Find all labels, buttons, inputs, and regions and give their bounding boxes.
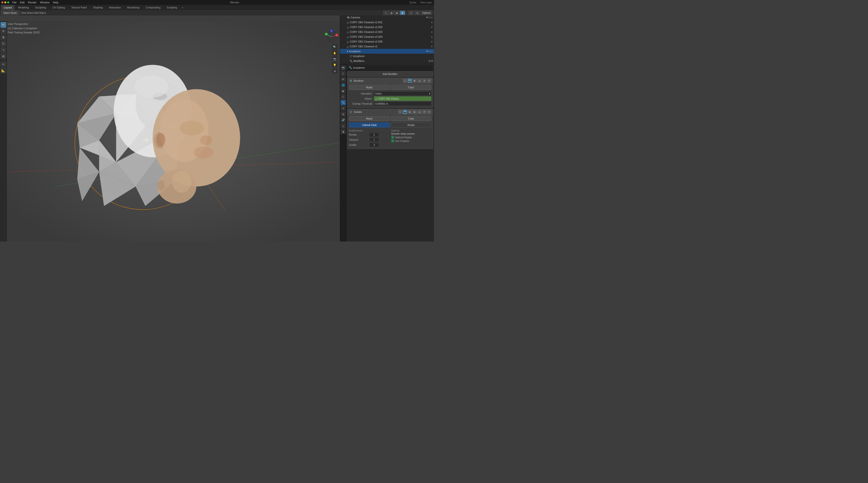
ico-viewport[interactable]: ⬡ [429,50,431,53]
tab-compositing[interactable]: Compositing [143,5,163,10]
material-btn[interactable]: ◉ [394,11,400,15]
cory-base-hide[interactable]: ◐ [431,45,433,48]
measure-tool-btn[interactable]: 📐 [0,68,6,74]
tab-shading[interactable]: Shading [90,5,105,10]
cory1-hide[interactable]: ◐ [431,21,433,24]
quality-sub-value[interactable]: 3 [369,143,379,147]
tab-sculpting[interactable]: Sculpting [32,5,49,10]
bool-render-btn[interactable]: 📷 [408,79,412,83]
subdiv-delete-btn[interactable]: ✕ [427,110,431,114]
move-tool-btn[interactable]: ✥ [0,34,6,40]
ico-render[interactable]: ◐ [431,50,433,53]
annotate-tool-btn[interactable]: ✏ [0,61,6,67]
tab-scripting[interactable]: Scripting [164,5,180,10]
subdiv-up-btn[interactable]: ▲ [417,110,422,114]
mod-icon1[interactable]: ⊡ [429,60,431,62]
cory2-hide[interactable]: ◐ [431,26,433,28]
subdiv-apply-btn[interactable]: Apply [349,116,390,121]
use-creases-checkbox[interactable]: ✓ [391,140,394,142]
subdiv-realtime-btn[interactable]: ⬡ [398,110,402,114]
maximize-button[interactable] [7,1,9,3]
subdiv-render-btn[interactable]: 📷 [403,110,407,114]
bool-viewport-btn[interactable]: ▶ [412,79,417,83]
vtab-view[interactable]: 👁 [341,77,346,82]
outliner-item-cory4[interactable]: △ CORY OBJ Cleaned v2.004 ◐ [340,34,434,39]
subdiv-copy-btn[interactable]: Copy [391,116,432,121]
menu-render[interactable]: Render [26,0,38,5]
outliner-item-cory1[interactable]: △ CORY OBJ Cleaned v2.001 ◐ [340,20,434,25]
add-modifier-btn[interactable]: Add Modifier [347,71,433,77]
tab-rendering[interactable]: Rendering [124,5,142,10]
menu-edit[interactable]: Edit [18,0,26,5]
tab-texture-paint[interactable]: Texture Paint [68,5,90,10]
overlap-value[interactable]: 0.000001 m [374,102,431,106]
camera-hide-icon[interactable]: 👁 [426,16,428,19]
camera-viewport-icon[interactable]: ⬡ [429,16,431,19]
camera-render-icon[interactable]: ◐ [431,16,433,19]
outliner-item-cory3[interactable]: △ CORY OBJ Cleaned v2.003 ◐ [340,29,434,34]
pie-chart-icon[interactable]: ⊕ [332,68,337,74]
select-btn[interactable]: Select [27,11,34,14]
bool-down-btn[interactable]: ▼ [422,79,427,83]
object-field-value[interactable]: △ CORY OBJ Cleane... [374,96,431,101]
vtab-render[interactable]: 📷 [341,65,346,70]
cory5-hide[interactable]: ◐ [431,40,433,43]
transform-tool-btn[interactable]: ⊞ [0,53,6,59]
vtab-constraints[interactable]: 🔗 [341,117,346,122]
operation-dropdown[interactable]: Union ▾ [374,91,431,96]
add-btn[interactable]: Add [34,11,38,14]
tab-animation[interactable]: Animation [106,5,124,10]
hand-icon[interactable]: ✋ [332,50,337,56]
mod-icon2[interactable]: ⊡ [431,60,433,62]
outliner-item-modifiers[interactable]: 🔧 Modifiers ⊡ ⊡ [340,58,434,63]
lamp-icon[interactable]: 💡 [332,62,337,68]
solid-btn[interactable]: ◑ [389,11,394,15]
subdiv-down-btn[interactable]: ▼ [422,110,427,114]
outliner-item-cory-base[interactable]: △ CORY OBJ Cleaned v2 ◐ [340,44,434,49]
bool-realtime-btn[interactable]: ⬡ [403,79,407,83]
overlay-btn[interactable]: ⊙ [408,11,414,15]
tab-uv-editing[interactable]: UV Editing [50,5,68,10]
outliner-item-icosphere-mesh[interactable]: ⬡ Icosphere [340,54,434,58]
outliner-item-cory2[interactable]: △ CORY OBJ Cleaned v2.002 ◐ [340,25,434,29]
options-btn[interactable]: Options [421,11,432,15]
menu-window[interactable]: Window [38,0,51,5]
menu-file[interactable]: File [11,0,18,5]
navigation-gizmo[interactable]: X Y Z [324,30,336,42]
vtab-data[interactable]: △ [341,123,346,129]
outliner-item-camera[interactable]: 📷 Camera 👁 ⬡ ◐ [340,15,434,20]
outliner-item-icosphere[interactable]: ▾ Icosphere 👁 ⬡ ◐ [340,49,434,54]
object-mode-btn[interactable]: Object Mode [1,11,19,15]
ico-hide[interactable]: 👁 [426,50,428,53]
vtab-scene[interactable]: 🌐 [341,82,346,88]
vtab-output[interactable]: ⬡ [341,71,346,76]
minimize-button[interactable] [4,1,6,3]
scale-tool-btn[interactable]: ⤡ [0,47,6,53]
outliner-item-light[interactable]: 💡 Light ● [340,63,434,64]
rendered-btn[interactable]: ● [400,11,405,15]
cory4-hide[interactable]: ◐ [431,35,433,38]
vtab-material[interactable]: ◑ [341,129,346,134]
object-btn[interactable]: Object [39,11,46,14]
wireframe-btn[interactable]: ⬡ [383,11,389,15]
camera-icon[interactable]: 📷 [332,56,337,62]
render-sub-value[interactable]: 2 [369,133,379,137]
bool-up-btn[interactable]: ▲ [417,79,422,83]
rotate-tool-btn[interactable]: ↻ [0,41,6,47]
bool-apply-btn[interactable]: Apply [349,85,390,90]
outliner-item-cory5[interactable]: △ CORY OBJ Cleaned v2.005 ◐ [340,39,434,44]
subdiv-adaptive-btn[interactable]: ◐ [412,110,417,114]
cory3-hide[interactable]: ◐ [431,31,433,33]
cursor-tool-btn[interactable]: ✛ [0,28,6,34]
viewport[interactable]: User Perspective (1) Collection | Icosph… [7,21,340,242]
select-tool-btn[interactable]: ↖ [0,22,6,28]
vtab-particles[interactable]: ✦ [341,106,346,111]
tab-modeling[interactable]: Modeling [15,5,32,10]
vtab-world[interactable]: ◉ [341,88,346,93]
viewport-sub-value[interactable]: 1 [369,138,379,142]
simple-btn[interactable]: Simple [391,122,432,127]
bool-delete-btn[interactable]: ✕ [427,79,431,83]
optimal-checkbox[interactable]: ✓ [391,136,394,139]
menu-help[interactable]: Help [51,0,60,5]
vtab-object[interactable]: ⬡ [341,94,346,100]
